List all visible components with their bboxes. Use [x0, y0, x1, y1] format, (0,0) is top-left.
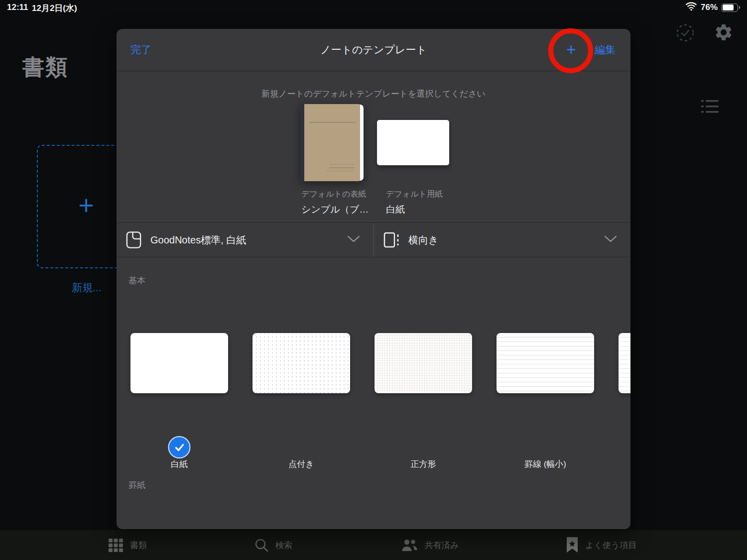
- edit-button[interactable]: 編集: [595, 43, 616, 57]
- new-document-plus-icon[interactable]: +: [71, 190, 101, 222]
- default-paper-thumbnail[interactable]: [377, 120, 449, 165]
- tab-label: 書類: [130, 540, 147, 551]
- selector-row: GoodNotes標準, 白紙 横向き: [117, 223, 630, 257]
- template-thumbnail[interactable]: [252, 333, 350, 393]
- modal-header: 完了 ノートのテンプレート + 編集: [117, 29, 630, 71]
- paper-size-value: GoodNotes標準, 白紙: [150, 233, 246, 247]
- chevron-down-icon: [604, 235, 618, 245]
- template-dotted[interactable]: 点付き: [252, 333, 350, 477]
- list-view-icon[interactable]: [700, 99, 720, 116]
- battery-percent: 76%: [701, 2, 718, 12]
- tab-label: よく使う項目: [585, 540, 636, 551]
- tab-shared[interactable]: 共有済み: [401, 530, 459, 560]
- orientation-value: 横向き: [408, 233, 438, 247]
- battery-icon: [721, 3, 741, 12]
- tab-favorites[interactable]: よく使う項目: [566, 530, 636, 560]
- paper-size-selector[interactable]: GoodNotes標準, 白紙: [117, 223, 374, 257]
- tab-label: 共有済み: [425, 540, 459, 551]
- orientation-icon: [383, 231, 400, 249]
- tab-label: 検索: [275, 540, 292, 551]
- template-label: 白紙: [121, 458, 238, 470]
- cover-spine: [300, 104, 304, 181]
- template-label: 罫線 (幅小): [487, 458, 604, 470]
- chevron-down-icon: [347, 235, 361, 245]
- template-thumbnail[interactable]: [130, 333, 228, 393]
- bookmark-star-icon: [566, 537, 579, 553]
- default-cover-info: デフォルトの表紙 シンプル（ブ…: [301, 189, 369, 216]
- orientation-selector[interactable]: 横向き: [374, 223, 630, 257]
- tab-bar: 書類 検索 共有済み よく使う項目: [0, 530, 747, 560]
- default-cover-caption: デフォルトの表紙: [301, 189, 369, 200]
- default-cover-thumbnail[interactable]: [300, 104, 364, 181]
- clock: 12:11: [7, 2, 28, 12]
- new-document-label[interactable]: 新規...: [57, 281, 117, 295]
- wifi-icon: [685, 2, 697, 13]
- modal-title: ノートのテンプレート: [117, 43, 630, 57]
- selected-check-icon: [168, 436, 191, 458]
- cover-front: [304, 104, 360, 181]
- settings-gear-icon[interactable]: [714, 22, 734, 44]
- screen: 12:11 12月2日(水) 76% 書類 + 新規...: [0, 0, 747, 560]
- template-squared[interactable]: 正方形: [374, 333, 472, 477]
- template-thumbnail[interactable]: [497, 333, 594, 393]
- template-blank[interactable]: 白紙: [130, 333, 228, 477]
- date: 12月2日(水): [32, 2, 77, 14]
- page-title: 書類: [22, 53, 68, 82]
- tab-search[interactable]: 検索: [254, 530, 292, 560]
- template-ruled-narrow[interactable]: 罫線 (幅小): [497, 333, 594, 477]
- template-label: 点付き: [243, 458, 360, 470]
- paper-size-icon: [125, 231, 142, 249]
- default-cover-name: シンプル（ブ…: [301, 203, 369, 216]
- template-row: 白紙 点付き 正方形 罫線 (幅小): [130, 333, 630, 477]
- search-icon: [254, 538, 269, 553]
- tab-documents[interactable]: 書類: [109, 530, 147, 560]
- default-paper-caption: デフォルト用紙: [386, 189, 443, 200]
- default-paper-info: デフォルト用紙 白紙: [386, 189, 443, 216]
- default-paper-name: 白紙: [386, 203, 443, 216]
- people-icon: [401, 538, 418, 552]
- section-ruled-label: 罫紙: [128, 479, 145, 491]
- grid-icon: [109, 539, 124, 552]
- template-partial[interactable]: [619, 333, 630, 477]
- status-bar: 12:11 12月2日(水) 76%: [0, 0, 747, 15]
- modal-subtitle: 新規ノートのデフォルトテンプレートを選択してください: [117, 88, 630, 100]
- template-label: 正方形: [365, 458, 482, 470]
- section-basic-label: 基本: [128, 275, 145, 286]
- template-thumbnail[interactable]: [374, 333, 472, 393]
- note-template-modal: 完了 ノートのテンプレート + 編集 新規ノートのデフォルトテンプレートを選択し…: [117, 29, 630, 529]
- add-template-button[interactable]: +: [560, 40, 583, 59]
- select-mode-icon[interactable]: [675, 23, 695, 45]
- template-thumbnail[interactable]: [619, 333, 630, 393]
